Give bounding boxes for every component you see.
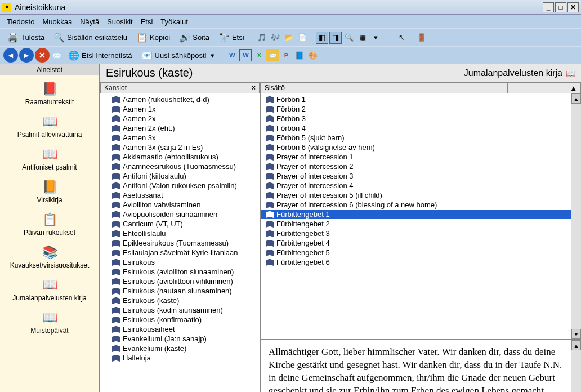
folder-item[interactable]: Antifoni (Valon rukouksen psalmiin) bbox=[100, 181, 260, 190]
folders-close-button[interactable]: × bbox=[252, 84, 256, 92]
powerpoint-icon-button[interactable]: P bbox=[280, 49, 292, 61]
folder-item[interactable]: Antifoni (kiitoslaulu) bbox=[100, 171, 260, 181]
folder-item[interactable]: Akklamaatio (ehtoollisrukous) bbox=[100, 152, 260, 162]
view-panel-right-button[interactable]: ◨ bbox=[329, 32, 342, 44]
folder-item[interactable]: Esirukous (konfirmaatio) bbox=[100, 315, 260, 324]
zoom-button[interactable]: 🔍 bbox=[343, 32, 355, 44]
menu-view[interactable]: Näytä bbox=[77, 16, 102, 27]
folder-open-button[interactable]: 📂 bbox=[283, 32, 295, 44]
excel-icon-button[interactable]: X bbox=[253, 49, 265, 61]
content-item[interactable]: Prayer of intercession 2 bbox=[261, 162, 581, 171]
folder-item[interactable]: Aamen (rukoushetket, d-d) bbox=[100, 95, 260, 104]
sidebar-item[interactable]: 📚 Kuvaukset/virsisuositukset bbox=[0, 242, 99, 275]
sisalto-header[interactable]: Sisältö bbox=[261, 82, 508, 93]
music-note-button[interactable]: 🎵 bbox=[256, 32, 268, 44]
content-item[interactable]: Prayer of intercession 1 bbox=[261, 152, 581, 162]
sidebar-item[interactable]: 📙 Virsikirja bbox=[0, 177, 99, 210]
sidebar-item[interactable]: 📖 Muistopäivät bbox=[0, 308, 99, 340]
content-item[interactable]: Prayer of intercession 6 (blessing of a … bbox=[261, 200, 581, 210]
new-email-button[interactable]: 📧 Uusi sähköposti ▾ bbox=[137, 47, 219, 63]
dropdown-button[interactable]: ▾ bbox=[370, 32, 382, 44]
outlook-icon-button[interactable]: 📨 bbox=[266, 49, 279, 61]
copy-button[interactable]: 📋 Kopioi bbox=[132, 30, 174, 46]
folder-item[interactable]: Aamen 3x (sarja 2 in Es) bbox=[100, 142, 260, 152]
sidebar-item[interactable]: 📋 Päivän rukoukset bbox=[0, 210, 99, 242]
content-item[interactable]: Förbön 1 bbox=[261, 95, 581, 104]
sidebar-item[interactable]: 📖 Jumalanpalvelusten kirja bbox=[0, 275, 99, 308]
menu-search[interactable]: Etsi bbox=[137, 16, 157, 27]
forward-button[interactable]: ► bbox=[19, 48, 34, 63]
print-button[interactable]: 🖨️ Tulosta bbox=[3, 30, 48, 46]
text-scroll-up-button[interactable]: ▲ bbox=[571, 340, 581, 350]
content-item[interactable]: Förbön 5 (sjukt barn) bbox=[261, 133, 581, 142]
content-item[interactable]: Fürbittengebet 1 bbox=[261, 210, 581, 219]
view-panel-left-button[interactable]: ◧ bbox=[316, 32, 328, 44]
content-item[interactable]: Prayer of intercession 5 (ill child) bbox=[261, 190, 581, 200]
sisalto-header-sort[interactable]: ▲ bbox=[508, 82, 581, 93]
word-icon-button[interactable]: W bbox=[226, 49, 238, 61]
preview-button[interactable]: 🔍 Sisällön esikatselu bbox=[50, 30, 131, 46]
scroll-up-button[interactable]: ▲ bbox=[571, 93, 581, 104]
misc-icon-button[interactable]: 🎨 bbox=[307, 49, 319, 61]
maximize-button[interactable]: □ bbox=[555, 2, 566, 12]
scroll-down-button[interactable]: ▼ bbox=[571, 329, 581, 339]
stop-button[interactable]: ✕ bbox=[35, 48, 50, 63]
folder-item[interactable]: Aamen 1x bbox=[100, 104, 260, 114]
content-item[interactable]: Förbön 2 bbox=[261, 104, 581, 114]
folder-item[interactable]: Avioliiton vahvistaminen bbox=[100, 200, 260, 210]
folder-item[interactable]: Esilaulajan sävelmät Kyrie-litaniaan bbox=[100, 248, 260, 257]
folder-item[interactable]: Halleluja bbox=[100, 353, 260, 363]
sidebar-item[interactable]: 📖 Antifoniset psalmit bbox=[0, 144, 99, 177]
content-item[interactable]: Fürbittengebet 2 bbox=[261, 219, 581, 229]
back-button[interactable]: ◄ bbox=[3, 48, 18, 63]
scrollbar[interactable]: ▲ ▼ bbox=[571, 93, 581, 339]
folder-item[interactable]: Esirukous (kaste) bbox=[100, 296, 260, 305]
sidebar-item[interactable]: 📖 Psalmit alleviivattuina bbox=[0, 112, 99, 144]
folder-item[interactable]: Aviopuolisoiden siunaaminen bbox=[100, 210, 260, 219]
content-item[interactable]: Förbön 4 bbox=[261, 123, 581, 133]
folder-item[interactable]: Esirukous (avioliiton siunaaminen) bbox=[100, 267, 260, 277]
content-item[interactable]: Fürbittengebet 4 bbox=[261, 238, 581, 248]
word-alt-icon-button[interactable]: W bbox=[239, 49, 252, 61]
folder-item[interactable]: Anamneesirukous (Tuomasmessu) bbox=[100, 162, 260, 171]
minimize-button[interactable]: _ bbox=[543, 2, 554, 12]
content-item[interactable]: Förbön 6 (välsignelse av hem) bbox=[261, 142, 581, 152]
find-button[interactable]: 🔭 Etsi bbox=[214, 30, 248, 46]
content-list[interactable]: Förbön 1Förbön 2Förbön 3Förbön 4Förbön 5… bbox=[261, 93, 581, 339]
pointer-button[interactable]: ↖ bbox=[396, 32, 408, 44]
menu-favorites[interactable]: Suosikit bbox=[104, 16, 136, 27]
folder-item[interactable]: Aamen 2x (eht.) bbox=[100, 123, 260, 133]
exit-door-button[interactable]: 🚪 bbox=[415, 32, 428, 44]
folder-item[interactable]: Esirukous (hautaan siunaaminen) bbox=[100, 286, 260, 296]
content-item[interactable]: Prayer of intercession 3 bbox=[261, 171, 581, 181]
folder-item[interactable]: Ehtoollislaulu bbox=[100, 229, 260, 238]
music-notes-button[interactable]: 🎶 bbox=[269, 32, 281, 44]
folder-item[interactable]: Evankeliumi (Ja:n sanajp) bbox=[100, 334, 260, 344]
content-item[interactable]: Förbön 3 bbox=[261, 114, 581, 123]
folder-list[interactable]: Aamen (rukoushetket, d-d)Aamen 1xAamen 2… bbox=[100, 93, 260, 392]
close-button[interactable]: ✕ bbox=[567, 2, 579, 12]
folder-item[interactable]: Esirukous bbox=[100, 257, 260, 267]
folder-item[interactable]: Esirukous (kodin siunaaminen) bbox=[100, 305, 260, 315]
app-icon-button[interactable]: 📘 bbox=[293, 49, 306, 61]
grid-button[interactable]: ▦ bbox=[356, 32, 369, 44]
menu-file[interactable]: Tiedosto bbox=[3, 16, 38, 27]
mail-button[interactable]: ✉️ bbox=[51, 49, 63, 61]
folder-item[interactable]: Canticum (VT, UT) bbox=[100, 219, 260, 229]
content-item[interactable]: Prayer of intercession 4 bbox=[261, 181, 581, 190]
folder-item[interactable]: Epikleesirukous (Tuomasmessu) bbox=[100, 238, 260, 248]
folder-item[interactable]: Esirukous (avioliittoon vihkiminen) bbox=[100, 277, 260, 286]
folder-item[interactable]: Asetussanat bbox=[100, 190, 260, 200]
menu-edit[interactable]: Muokkaa bbox=[39, 16, 75, 27]
content-item[interactable]: Fürbittengebet 3 bbox=[261, 229, 581, 238]
document-button[interactable]: 📄 bbox=[296, 32, 309, 44]
folder-item[interactable]: Aamen 2x bbox=[100, 114, 260, 123]
content-item[interactable]: Fürbittengebet 6 bbox=[261, 257, 581, 267]
menu-tools[interactable]: Työkalut bbox=[157, 16, 191, 27]
folder-item[interactable]: Esirukousaiheet bbox=[100, 324, 260, 334]
search-internet-button[interactable]: 🌐 Etsi Internetistä bbox=[64, 47, 136, 63]
sidebar-item[interactable]: 📕 Raamatuntekstit bbox=[0, 79, 99, 112]
content-item[interactable]: Fürbittengebet 5 bbox=[261, 248, 581, 257]
folder-item[interactable]: Aamen 3x bbox=[100, 133, 260, 142]
text-scrollbar[interactable]: ▲ ▼ bbox=[571, 340, 581, 392]
